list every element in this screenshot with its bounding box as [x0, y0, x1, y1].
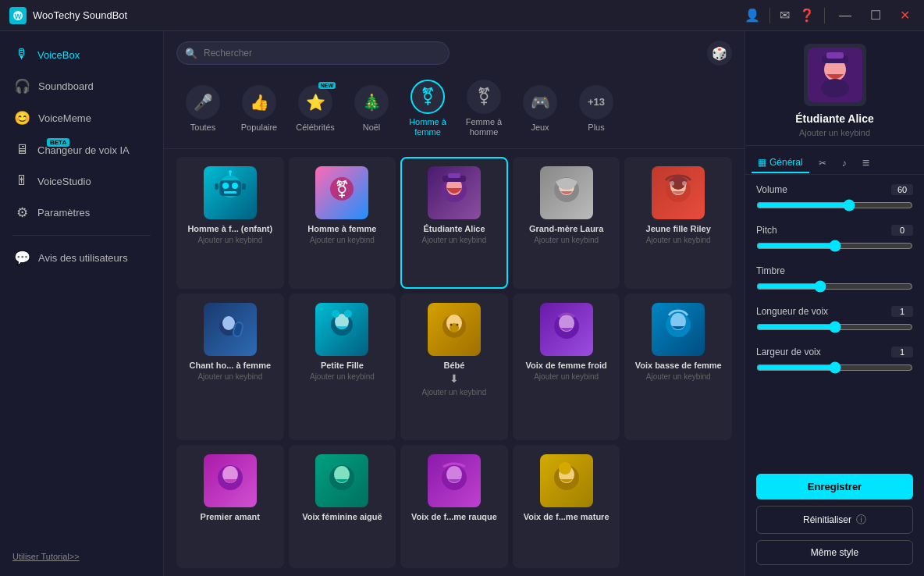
longueur-control: Longueur de voix 1: [756, 306, 913, 336]
user-icon[interactable]: 👤: [745, 8, 760, 23]
sidebar-item-voicestudio[interactable]: 🎚 VoiceStudio: [0, 165, 163, 197]
voice-avatar-3: [428, 166, 481, 219]
main-content: 🔍 🎲 🎤 Toutes 👍 Populaire ⭐ NEW Célébrité…: [164, 31, 745, 576]
voice-card-1[interactable]: Homme à f... (enfant) Ajouter un keybind: [176, 157, 284, 289]
voice-name-6: Chant ho... à femme: [190, 361, 272, 370]
voice-card-7[interactable]: Petite Fille Ajouter un keybind: [289, 293, 396, 441]
help-icon[interactable]: ❓: [799, 8, 815, 23]
voice-card-6[interactable]: Chant ho... à femme Ajouter un keybind: [176, 293, 284, 441]
mail-icon[interactable]: ✉: [780, 8, 790, 23]
close-button[interactable]: ✕: [895, 8, 915, 23]
voice-keybind-10[interactable]: Ajouter un keybind: [646, 372, 711, 381]
largeur-slider[interactable]: [756, 361, 913, 374]
tab-plus-label: Plus: [588, 123, 604, 133]
tab-equalizer[interactable]: ≡: [856, 152, 875, 174]
voice-card-9[interactable]: Voix de femme froid Ajouter un keybind: [513, 293, 620, 441]
sidebar: 🎙 VoiceBox 🎧 Soundboard 😊 VoiceMeme 🖥 Ch…: [0, 31, 164, 576]
voice-keybind-7[interactable]: Ajouter un keybind: [310, 372, 375, 381]
voice-keybind-5[interactable]: Ajouter un keybind: [646, 236, 711, 244]
voice-card-12[interactable]: Voix féminine aiguë: [289, 445, 396, 568]
tab-populaire[interactable]: 👍 Populaire: [233, 80, 286, 137]
voice-avatar-7: [315, 303, 368, 356]
voice-card-11[interactable]: Premier amant: [176, 445, 284, 568]
svg-point-53: [821, 79, 849, 98]
tab-plus-icon: +13: [579, 85, 613, 119]
voice-name-1: Homme à f... (enfant): [187, 224, 272, 233]
minimize-button[interactable]: —: [834, 9, 856, 23]
voice-keybind-3[interactable]: Ajouter un keybind: [422, 236, 487, 244]
volume-slider[interactable]: [756, 199, 913, 212]
voice-keybind-1[interactable]: Ajouter un keybind: [197, 236, 262, 244]
search-input[interactable]: [176, 41, 450, 65]
largeur-control: Largeur de voix 1: [756, 347, 913, 376]
sidebar-item-parametres[interactable]: ⚙ Paramètres: [0, 197, 163, 229]
volume-value: 60: [891, 184, 913, 195]
tab-general[interactable]: ▦ Général: [752, 153, 809, 173]
preview-name: Étudiante Alice: [795, 112, 874, 125]
voice-name-3: Étudiante Alice: [423, 224, 485, 233]
sidebar-item-voicememe[interactable]: 😊 VoiceMeme: [0, 102, 163, 134]
voice-card-2[interactable]: ⚧ Homme à femme Ajouter un keybind: [289, 157, 396, 289]
voice-card-13[interactable]: Voix de f...me rauque: [400, 445, 508, 568]
sidebar-label-voicememe: VoiceMeme: [38, 112, 91, 124]
sidebar-item-changeur[interactable]: 🖥 Changeur de voix IA BETA: [0, 134, 163, 165]
tab-music[interactable]: ♪: [836, 154, 853, 172]
app-logo: W: [9, 7, 27, 24]
tab-homme-femme[interactable]: ⚧ Homme àfemme: [401, 75, 454, 142]
reinitialiser-button[interactable]: Réinitialiser ⓘ: [756, 506, 913, 534]
voice-avatar-14: [540, 454, 593, 507]
sidebar-item-avis[interactable]: 💬 Avis des utilisateurs: [0, 242, 163, 274]
pitch-slider[interactable]: [756, 240, 913, 252]
voice-card-8[interactable]: Bébé ⬇ Ajouter un keybind: [400, 293, 508, 441]
titlebar-icons: 👤 ✉ ❓ — ☐ ✕: [745, 8, 915, 23]
voice-keybind-9[interactable]: Ajouter un keybind: [534, 372, 599, 381]
download-indicator-8: ⬇: [450, 372, 459, 385]
tab-populaire-icon: 👍: [242, 85, 276, 119]
voice-card-14[interactable]: Voix de f...me mature: [513, 445, 620, 568]
voicebox-icon: 🎙: [14, 47, 30, 62]
voice-name-14: Voix de f...me mature: [524, 512, 609, 521]
voice-keybind-8[interactable]: Ajouter un keybind: [422, 388, 487, 396]
voice-keybind-6[interactable]: Ajouter un keybind: [197, 372, 262, 381]
voice-card-5[interactable]: Jeune fille Riley Ajouter un keybind: [624, 157, 732, 289]
voice-name-9: Voix de femme froid: [525, 361, 606, 370]
tab-plus[interactable]: +13 Plus: [570, 80, 623, 137]
voice-keybind-4[interactable]: Ajouter un keybind: [534, 236, 599, 244]
tab-jeux[interactable]: 🎮 Jeux: [514, 80, 567, 137]
voice-avatar-5: [652, 166, 705, 219]
tab-effects[interactable]: ✂: [812, 154, 833, 172]
voice-keybind-2[interactable]: Ajouter un keybind: [310, 236, 375, 244]
music-icon: ♪: [842, 158, 847, 169]
equalizer-icon: ≡: [862, 156, 869, 170]
right-panel: Étudiante Alice Ajouter un keybind ▦ Gén…: [745, 31, 924, 576]
tab-femme-homme[interactable]: ⚧ Femme àhomme: [457, 75, 510, 142]
voice-avatar-8: [428, 303, 481, 356]
maximize-button[interactable]: ☐: [865, 8, 886, 23]
tab-femme-homme-label: Femme àhomme: [466, 117, 502, 137]
sidebar-item-soundboard[interactable]: 🎧 Soundboard: [0, 70, 163, 102]
largeur-label: Largeur de voix: [756, 347, 821, 357]
tab-jeux-label: Jeux: [531, 123, 549, 133]
sidebar-label-soundboard: Soundboard: [38, 80, 94, 92]
tutorial-link[interactable]: Utiliser Tutorial>>: [12, 552, 80, 561]
voice-card-3[interactable]: Étudiante Alice Ajouter un keybind: [400, 157, 508, 289]
voice-card-4[interactable]: Grand-mère Laura Ajouter un keybind: [513, 157, 620, 289]
meme-style-button[interactable]: Même style: [756, 540, 913, 565]
voice-name-13: Voix de f...me rauque: [411, 512, 497, 521]
sidebar-item-voicebox[interactable]: 🎙 VoiceBox: [0, 39, 163, 70]
timbre-slider[interactable]: [756, 280, 913, 293]
effects-icon: ✂: [819, 158, 826, 169]
tab-celebrites[interactable]: ⭐ NEW Célébrités: [289, 80, 342, 137]
tab-homme-femme-label: Homme àfemme: [409, 117, 446, 137]
tab-noel[interactable]: 🎄 Noël: [345, 80, 398, 137]
parametres-icon: ⚙: [14, 204, 30, 221]
dice-button[interactable]: 🎲: [707, 41, 732, 66]
voice-card-10[interactable]: Voix basse de femme Ajouter un keybind: [624, 293, 732, 441]
preview-keybind[interactable]: Ajouter un keybind: [799, 128, 870, 137]
tab-toutes[interactable]: 🎤 Toutes: [176, 80, 229, 137]
longueur-label: Longueur de voix: [756, 306, 828, 317]
longueur-slider[interactable]: [756, 321, 913, 333]
pitch-control: Pitch 0: [756, 225, 913, 254]
enregistrer-button[interactable]: Enregistrer: [756, 474, 913, 500]
voice-avatar-10: [652, 303, 705, 356]
